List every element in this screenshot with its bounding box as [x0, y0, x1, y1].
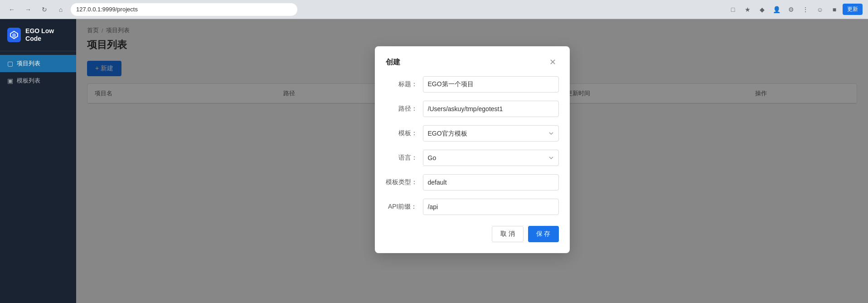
input-title[interactable] [423, 76, 559, 93]
sidebar-logo: EGO Low Code [0, 19, 76, 51]
form-row-path: 路径： [386, 101, 559, 117]
create-dialog: 创建 ✕ 标题： 路径： 模板： EGO官方模板 [375, 46, 570, 253]
forward-button[interactable]: → [22, 3, 34, 16]
settings-icon[interactable]: ⚙ [785, 3, 797, 16]
logo-text: EGO Low Code [25, 27, 69, 43]
select-language[interactable]: Go [423, 150, 559, 166]
back-button[interactable]: ← [5, 3, 18, 16]
label-template-type: 模板类型： [386, 178, 417, 186]
address-bar[interactable]: 127.0.0.1:9999/projects [71, 3, 297, 16]
dialog-footer: 取 消 保 存 [386, 226, 559, 242]
input-path[interactable] [423, 101, 559, 117]
input-api-prefix[interactable] [423, 199, 559, 215]
label-path: 路径： [386, 105, 417, 113]
sidebar: EGO Low Code ▢ 项目列表 ▣ 模板列表 [0, 19, 76, 303]
select-template[interactable]: EGO官方模板 [423, 125, 559, 142]
logo-icon [7, 28, 21, 42]
label-language: 语言： [386, 154, 417, 162]
screenshot-icon[interactable]: □ [727, 3, 739, 16]
sidebar-item-template-list[interactable]: ▣ 模板列表 [0, 72, 76, 89]
main-content: 首页 / 项目列表 项目列表 + 新建 项目名 路径 模板 更新时间 操作 [76, 19, 868, 303]
modal-overlay: 创建 ✕ 标题： 路径： 模板： EGO官方模板 [76, 19, 868, 303]
dialog-title: 创建 [386, 58, 400, 67]
form-row-api-prefix: API前缀： [386, 199, 559, 215]
dialog-close-button[interactable]: ✕ [547, 57, 559, 67]
label-title: 标题： [386, 80, 417, 88]
label-api-prefix: API前缀： [386, 203, 417, 211]
browser-chrome: ← → ↻ ⌂ 127.0.0.1:9999/projects □ ★ ◆ 👤 … [0, 0, 868, 19]
grid-icon[interactable]: ⋮ [799, 3, 812, 16]
sidebar-item-project-list[interactable]: ▢ 项目列表 [0, 55, 76, 72]
sidebar-nav: ▢ 项目列表 ▣ 模板列表 [0, 51, 76, 93]
url-text: 127.0.0.1:9999/projects [76, 6, 138, 13]
app-layout: EGO Low Code ▢ 项目列表 ▣ 模板列表 首页 / 项目列表 项目列… [0, 19, 868, 303]
home-button[interactable]: ⌂ [54, 3, 67, 16]
reload-button[interactable]: ↻ [38, 3, 51, 16]
cancel-button[interactable]: 取 消 [492, 226, 524, 242]
form-row-language: 语言： Go [386, 150, 559, 166]
update-button[interactable]: 更新 [843, 4, 863, 15]
input-template-type[interactable] [423, 174, 559, 191]
label-template: 模板： [386, 129, 417, 137]
browser-actions: □ ★ ◆ 👤 ⚙ ⋮ ☺ ■ 更新 [727, 3, 863, 16]
save-button[interactable]: 保 存 [528, 226, 559, 242]
bookmark-icon[interactable]: ★ [741, 3, 754, 16]
project-list-icon: ▢ [7, 60, 13, 67]
avatar-icon[interactable]: ☺ [814, 3, 826, 16]
form-row-template: 模板： EGO官方模板 [386, 125, 559, 142]
sidebar-item-project-label: 项目列表 [17, 59, 40, 68]
puzzle-icon[interactable]: ■ [828, 3, 841, 16]
dialog-header: 创建 ✕ [386, 57, 559, 67]
extension-icon[interactable]: ◆ [756, 3, 768, 16]
form-row-template-type: 模板类型： [386, 174, 559, 191]
sidebar-item-template-label: 模板列表 [17, 77, 40, 85]
template-list-icon: ▣ [7, 77, 13, 84]
svg-marker-1 [12, 33, 16, 38]
profile-icon[interactable]: 👤 [770, 3, 783, 16]
form-row-title: 标题： [386, 76, 559, 93]
